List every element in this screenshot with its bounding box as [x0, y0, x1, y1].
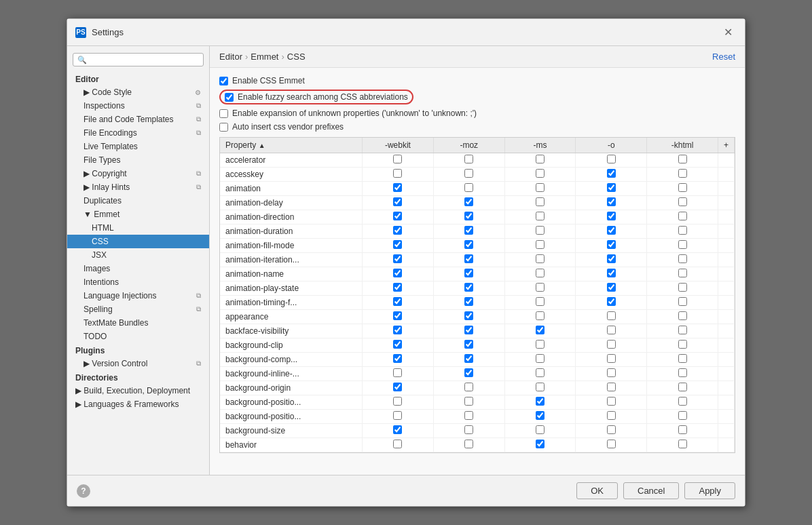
o-checkbox[interactable]	[607, 240, 616, 249]
sidebar-item-file-code-templates[interactable]: File and Code Templates ⧉	[67, 113, 209, 126]
moz-checkbox[interactable]	[464, 397, 473, 406]
ms-checkbox[interactable]	[536, 283, 545, 292]
o-checkbox[interactable]	[607, 155, 616, 163]
khtml-checkbox[interactable]	[678, 311, 687, 320]
ms-checkbox[interactable]	[536, 425, 545, 434]
help-button[interactable]: ?	[77, 484, 90, 498]
sidebar-item-build[interactable]: ▶ Build, Execution, Deployment	[67, 384, 209, 397]
khtml-checkbox[interactable]	[678, 212, 687, 220]
webkit-checkbox[interactable]	[393, 240, 402, 249]
o-checkbox[interactable]	[607, 326, 616, 334]
moz-checkbox[interactable]	[464, 183, 473, 192]
sidebar-item-css[interactable]: CSS	[67, 235, 209, 248]
ms-checkbox[interactable]	[536, 326, 545, 334]
webkit-checkbox[interactable]	[393, 397, 402, 406]
ms-checkbox[interactable]	[536, 383, 545, 391]
col-webkit[interactable]: -webkit	[363, 138, 434, 153]
o-checkbox[interactable]	[607, 169, 616, 178]
webkit-checkbox[interactable]	[393, 340, 402, 349]
ms-checkbox[interactable]	[536, 240, 545, 249]
o-checkbox[interactable]	[607, 354, 616, 363]
khtml-checkbox[interactable]	[678, 354, 687, 363]
sidebar-item-html[interactable]: HTML	[67, 221, 209, 235]
sidebar-item-inlay-hints[interactable]: ▶ Inlay Hints ⧉	[67, 180, 209, 194]
moz-checkbox[interactable]	[464, 226, 473, 235]
ms-checkbox[interactable]	[536, 197, 545, 206]
moz-checkbox[interactable]	[464, 269, 473, 277]
ms-checkbox[interactable]	[536, 340, 545, 349]
khtml-checkbox[interactable]	[678, 397, 687, 406]
moz-checkbox[interactable]	[464, 383, 473, 391]
webkit-checkbox[interactable]	[393, 169, 402, 178]
o-checkbox[interactable]	[607, 340, 616, 349]
sidebar-item-live-templates[interactable]: Live Templates	[67, 140, 209, 153]
webkit-checkbox[interactable]	[393, 155, 402, 163]
sidebar-item-textmate-bundles[interactable]: TextMate Bundles	[67, 316, 209, 330]
col-o[interactable]: -o	[576, 138, 647, 153]
ms-checkbox[interactable]	[536, 311, 545, 320]
moz-checkbox[interactable]	[464, 354, 473, 363]
o-checkbox[interactable]	[607, 411, 616, 420]
moz-checkbox[interactable]	[464, 155, 473, 163]
moz-checkbox[interactable]	[464, 311, 473, 320]
moz-checkbox[interactable]	[464, 440, 473, 448]
ms-checkbox[interactable]	[536, 212, 545, 220]
ok-button[interactable]: OK	[576, 482, 618, 499]
search-box[interactable]: 🔍	[73, 53, 204, 66]
khtml-checkbox[interactable]	[678, 240, 687, 249]
khtml-checkbox[interactable]	[678, 197, 687, 206]
col-ms[interactable]: -ms	[504, 138, 576, 153]
webkit-checkbox[interactable]	[393, 440, 402, 448]
close-button[interactable]: ✕	[720, 24, 737, 40]
khtml-checkbox[interactable]	[678, 340, 687, 349]
ms-checkbox[interactable]	[536, 440, 545, 448]
webkit-checkbox[interactable]	[393, 269, 402, 277]
ms-checkbox[interactable]	[536, 368, 545, 377]
sidebar-item-duplicates[interactable]: Duplicates	[67, 194, 209, 208]
khtml-checkbox[interactable]	[678, 297, 687, 306]
o-checkbox[interactable]	[607, 226, 616, 235]
col-moz[interactable]: -moz	[433, 138, 504, 153]
col-add[interactable]: +	[718, 138, 734, 153]
webkit-checkbox[interactable]	[393, 197, 402, 206]
ms-checkbox[interactable]	[536, 226, 545, 235]
sidebar-item-code-style[interactable]: ▶ Code Style ⚙	[67, 85, 209, 99]
moz-checkbox[interactable]	[464, 254, 473, 263]
o-checkbox[interactable]	[607, 254, 616, 263]
o-checkbox[interactable]	[607, 397, 616, 406]
o-checkbox[interactable]	[607, 269, 616, 277]
webkit-checkbox[interactable]	[393, 226, 402, 235]
o-checkbox[interactable]	[607, 212, 616, 220]
moz-checkbox[interactable]	[464, 169, 473, 178]
sidebar-item-spelling[interactable]: Spelling ⧉	[67, 303, 209, 316]
o-checkbox[interactable]	[607, 425, 616, 434]
khtml-checkbox[interactable]	[678, 383, 687, 391]
webkit-checkbox[interactable]	[393, 326, 402, 334]
moz-checkbox[interactable]	[464, 368, 473, 377]
moz-checkbox[interactable]	[464, 240, 473, 249]
apply-button[interactable]: Apply	[684, 482, 735, 499]
webkit-checkbox[interactable]	[393, 425, 402, 434]
webkit-checkbox[interactable]	[393, 254, 402, 263]
sidebar-item-language-injections[interactable]: Language Injections ⧉	[67, 289, 209, 303]
sidebar-item-emmet[interactable]: ▼ Emmet	[67, 208, 209, 221]
webkit-checkbox[interactable]	[393, 368, 402, 377]
sidebar-item-inspections[interactable]: Inspections ⧉	[67, 99, 209, 113]
khtml-checkbox[interactable]	[678, 326, 687, 334]
sidebar-item-intentions[interactable]: Intentions	[67, 275, 209, 289]
khtml-checkbox[interactable]	[678, 226, 687, 235]
o-checkbox[interactable]	[607, 368, 616, 377]
khtml-checkbox[interactable]	[678, 155, 687, 163]
webkit-checkbox[interactable]	[393, 383, 402, 391]
sidebar-item-images[interactable]: Images	[67, 262, 209, 275]
sidebar-item-todo[interactable]: TODO	[67, 330, 209, 343]
o-checkbox[interactable]	[607, 383, 616, 391]
ms-checkbox[interactable]	[536, 269, 545, 277]
sidebar-item-copyright[interactable]: ▶ Copyright ⧉	[67, 167, 209, 180]
enable-fuzzy-search-checkbox[interactable]	[225, 93, 234, 102]
o-checkbox[interactable]	[607, 183, 616, 192]
khtml-checkbox[interactable]	[678, 269, 687, 277]
khtml-checkbox[interactable]	[678, 254, 687, 263]
webkit-checkbox[interactable]	[393, 354, 402, 363]
sidebar-item-languages[interactable]: ▶ Languages & Frameworks	[67, 397, 209, 411]
